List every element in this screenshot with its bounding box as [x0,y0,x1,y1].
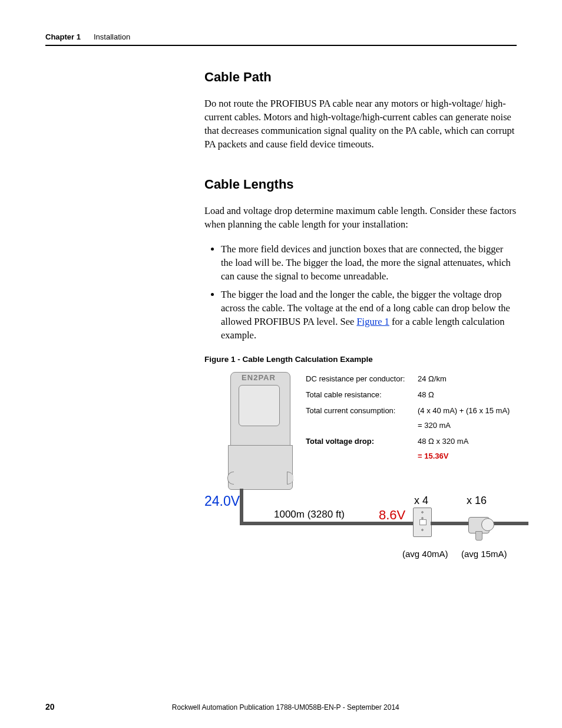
multiplier-label: x 4 [414,495,428,507]
junction-box-icon [413,508,432,537]
en2par-module-icon: EN2PAR [228,370,292,491]
content-area: Cable Path Do not route the PROFIBUS PA … [204,70,517,570]
section-label: Installation [94,32,130,41]
cable-segment-icon [240,489,243,525]
paragraph-cable-lengths-intro: Load and voltage drop determine maximum … [204,204,517,231]
avg-current-label: (avg 40mA) [402,549,448,559]
calc-value: 48 Ω x 320 mA [418,437,468,446]
figure-caption: Figure 1 - Cable Length Calculation Exam… [204,355,517,364]
avg-current-label: (avg 15mA) [461,549,507,559]
input-voltage-label: 24.0V [204,493,240,509]
calc-label: Total voltage drop: [306,437,418,446]
list-item: The bigger the load and the longer the c… [221,288,517,342]
multiplier-label: x 16 [467,495,487,507]
module-label: EN2PAR [236,373,281,382]
bullet-list: The more field devices and junction boxe… [204,242,517,342]
heading-cable-lengths: Cable Lengths [204,177,517,192]
page-header: Chapter 1 Installation [45,32,517,46]
page-footer: 20 Rockwell Automation Publication 1788-… [0,702,562,711]
calc-value: 48 Ω [418,390,434,399]
figure-diagram: EN2PAR DC resistance per conductor: 24 Ω… [204,370,517,570]
calc-value: (4 x 40 mA) + (16 x 15 mA) [418,406,510,415]
calc-value: 24 Ω/km [418,374,447,383]
paragraph-cable-path: Do not route the PROFIBUS PA cable near … [204,97,517,151]
figure-link[interactable]: Figure 1 [356,316,389,327]
calc-label: Total cable resistance: [306,390,418,399]
calc-label: DC resistance per conductor: [306,374,418,383]
calculation-table: DC resistance per conductor: 24 Ω/km Tot… [306,374,510,467]
chapter-label: Chapter 1 [45,32,81,41]
list-item: The more field devices and junction boxe… [221,242,517,283]
heading-cable-path: Cable Path [204,70,517,85]
field-device-icon [468,511,488,537]
calc-result: = 15.36V [418,452,448,460]
cable-spur-icon [431,522,473,525]
calc-label: Total current consumption: [306,406,418,415]
cable-length-label: 1000m (3280 ft) [274,509,345,521]
output-voltage-label: 8.6V [379,508,405,523]
calc-value: = 320 mA [418,421,451,430]
publication-info: Rockwell Automation Publication 1788-UM0… [55,703,517,711]
page-number: 20 [45,702,55,711]
